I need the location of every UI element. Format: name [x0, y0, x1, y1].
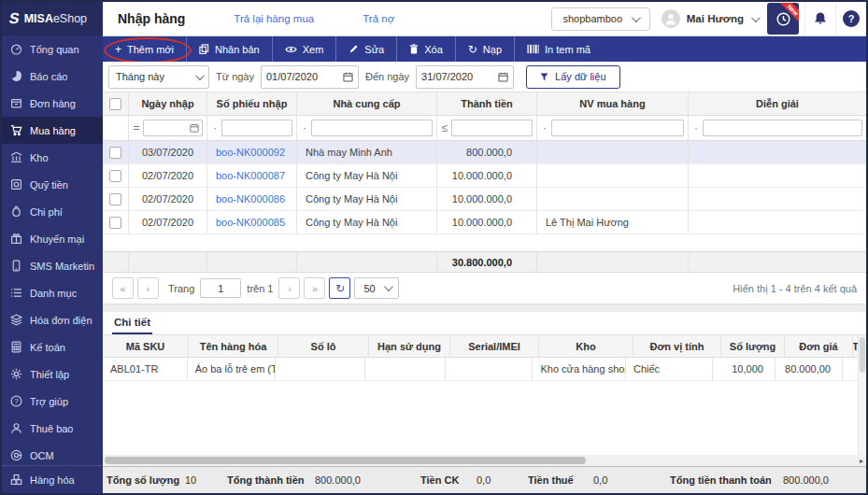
add-new-button[interactable]: + Thêm mới — [103, 36, 187, 62]
sidebar-item-danh-muc[interactable]: Danh mục — [2, 279, 103, 306]
cell-note — [689, 141, 866, 163]
scroll-right-arrow[interactable]: ▸ — [857, 455, 866, 466]
col-header-nha-cung-cap[interactable]: Nhà cung cấp — [297, 92, 437, 115]
help-button[interactable]: ? — [835, 2, 866, 35]
filter-code-input[interactable] — [221, 120, 292, 136]
col-header-so-luong[interactable]: Số lượng — [721, 335, 785, 357]
col-header-so-lo[interactable]: Số lô — [278, 335, 369, 357]
sidebar-item-kho[interactable]: Kho — [2, 144, 103, 171]
edit-button[interactable]: Sửa — [336, 36, 397, 62]
avatar[interactable] — [662, 9, 680, 28]
total-amount-value: 800.000,0 — [315, 474, 361, 486]
period-select[interactable]: Tháng này — [108, 65, 209, 89]
prev-page-button[interactable]: ‹ — [137, 277, 159, 299]
help-icon: ? — [10, 395, 22, 407]
filter-note-input[interactable] — [703, 120, 862, 136]
sidebar-item-ke-toan[interactable]: Kế toán — [2, 333, 103, 361]
chevron-down-icon[interactable] — [751, 13, 761, 22]
col-header-ma-sku[interactable]: Mã SKU — [103, 335, 189, 357]
sidebar-item-bao-cao[interactable]: Báo cáo — [2, 63, 103, 90]
cell-buyer — [537, 164, 689, 187]
sidebar-item-chi-phi[interactable]: Chi phí — [2, 198, 103, 225]
load-data-button[interactable]: Lấy dữ liệu — [526, 65, 619, 89]
col-header-ngay-nhap[interactable]: Ngày nhập — [129, 92, 207, 115]
col-header-han-su-dung[interactable]: Hạn sử dụng — [369, 335, 450, 357]
row-checkbox[interactable] — [109, 147, 121, 159]
support-button[interactable]: New — [767, 3, 799, 35]
tab-tra-no[interactable]: Trả nợ — [363, 13, 394, 24]
col-header-so-phieu-nhap[interactable]: Số phiếu nhập — [207, 92, 297, 115]
next-page-button[interactable]: › — [278, 277, 300, 299]
sidebar-item-khuyen-mai[interactable]: Khuyến mại — [2, 225, 103, 252]
cell-amount: 800.000,0 — [437, 141, 537, 163]
voucher-link[interactable]: boo-NK000085 — [216, 217, 285, 228]
col-header-don-vi-tinh[interactable]: Đơn vị tính — [633, 335, 721, 357]
main-area: Nhập hàng Trả lại hàng mua Trả nợ shopba… — [103, 2, 866, 493]
last-page-button[interactable]: » — [304, 277, 325, 299]
col-header-kho[interactable]: Kho — [539, 335, 633, 357]
print-barcode-button[interactable]: In tem mã — [515, 36, 603, 62]
filter-buyer-input[interactable] — [551, 120, 684, 136]
scrollbar-thumb[interactable] — [860, 337, 865, 373]
col-header-serial-imei[interactable]: Serial/IMEI — [450, 335, 539, 357]
sidebar-item-tro-giup[interactable]: ? Trợ giúp — [2, 388, 103, 415]
refresh-grid-button[interactable]: ↻ — [329, 277, 350, 299]
reload-button[interactable]: ↻ Nạp — [456, 36, 515, 62]
filter-date-input[interactable] — [143, 120, 203, 136]
page-size-select[interactable]: 50 — [354, 277, 399, 299]
sidebar-item-mua-hang[interactable]: Mua hàng — [2, 117, 103, 144]
duplicate-button[interactable]: Nhân bản — [187, 36, 273, 62]
filter-bar: Tháng này Từ ngày 01/07/2020 Đến ngày 31… — [103, 62, 866, 92]
row-checkbox[interactable] — [109, 217, 121, 229]
cell-amount: 10.000.000,0 — [437, 188, 537, 210]
voucher-link[interactable]: boo-NK000086 — [216, 193, 285, 205]
voucher-link[interactable]: boo-NK000087 — [216, 170, 285, 181]
detail-row[interactable]: ABL01-TR Áo ba lỗ trẻ em (Trả... Kho cửa… — [103, 358, 858, 381]
notifications-button[interactable] — [804, 2, 835, 35]
from-date-input[interactable]: 01/07/2020 — [261, 65, 359, 89]
page-number-input[interactable] — [200, 278, 241, 298]
table-row[interactable]: 02/07/2020 boo-NK000087 Công ty May Hà N… — [103, 164, 866, 188]
col-header-ten-hang-hoa[interactable]: Tên hàng hóa — [189, 335, 278, 357]
select-all-checkbox[interactable] — [109, 98, 121, 110]
first-page-button[interactable]: « — [112, 277, 134, 299]
sidebar-item-quy-tien[interactable]: Quỹ tiền — [2, 171, 103, 198]
sidebar-item-thue-bao[interactable]: Thuê bao — [2, 415, 103, 442]
vertical-scrollbar[interactable] — [858, 335, 866, 455]
sidebar-item-hoa-don-dien-tu[interactable]: Hóa đơn điện tử — [2, 306, 103, 333]
row-checkbox[interactable] — [109, 193, 121, 205]
table-row[interactable]: 03/07/2020 boo-NK000092 Nhà may Minh Anh… — [103, 141, 866, 164]
cell-buyer — [537, 188, 689, 210]
filter-supplier-input[interactable] — [311, 120, 433, 136]
shop-selector[interactable]: shopbamboo — [551, 7, 650, 31]
tab-tra-lai-hang-mua[interactable]: Trả lại hàng mua — [234, 13, 314, 24]
table-row[interactable]: 02/07/2020 boo-NK000086 Công ty May Hà N… — [103, 188, 866, 211]
sidebar-item-don-hang[interactable]: Đơn hàng — [2, 90, 103, 117]
cell-expiry — [365, 358, 446, 380]
user-name[interactable]: Mai Hương — [687, 13, 744, 24]
to-date-input[interactable]: 31/07/2020 — [416, 65, 514, 89]
person-icon — [664, 12, 677, 25]
delete-button[interactable]: Xóa — [397, 36, 456, 62]
sidebar-item-hang-hoa[interactable]: Hàng hóa — [2, 465, 103, 493]
voucher-link[interactable]: boo-NK000092 — [216, 147, 285, 158]
col-header-dien-giai[interactable]: Diễn giải — [689, 92, 866, 115]
grid-filter-row: = · · ≤ · · — [103, 116, 866, 141]
horizontal-scrollbar[interactable]: ▸ — [103, 455, 866, 466]
scrollbar-thumb[interactable] — [105, 457, 586, 464]
cell-buyer — [537, 141, 689, 163]
cell-supplier: Công ty May Hà Nội — [297, 164, 437, 187]
col-header-thanh-tien[interactable]: Thành tiền — [437, 92, 537, 115]
table-row[interactable]: 02/07/2020 boo-NK000085 Công ty May Hà N… — [103, 211, 866, 234]
col-header-don-gia[interactable]: Đơn giá — [785, 335, 853, 357]
filter-amount-input[interactable] — [451, 120, 533, 136]
tab-chi-tiet[interactable]: Chi tiết — [112, 317, 152, 334]
view-button[interactable]: Xem — [273, 36, 337, 62]
sidebar-item-tong-quan[interactable]: Tổng quan — [2, 35, 103, 63]
row-checkbox[interactable] — [109, 170, 121, 182]
to-date-label: Đến ngày — [365, 71, 409, 82]
sidebar-item-sms-marketing[interactable]: SMS Marketing — [2, 252, 103, 279]
cell-sku: ABL01-TR — [103, 358, 188, 380]
col-header-nv-mua-hang[interactable]: NV mua hàng — [537, 92, 689, 115]
sidebar-item-thiet-lap[interactable]: Thiết lập — [2, 361, 103, 388]
